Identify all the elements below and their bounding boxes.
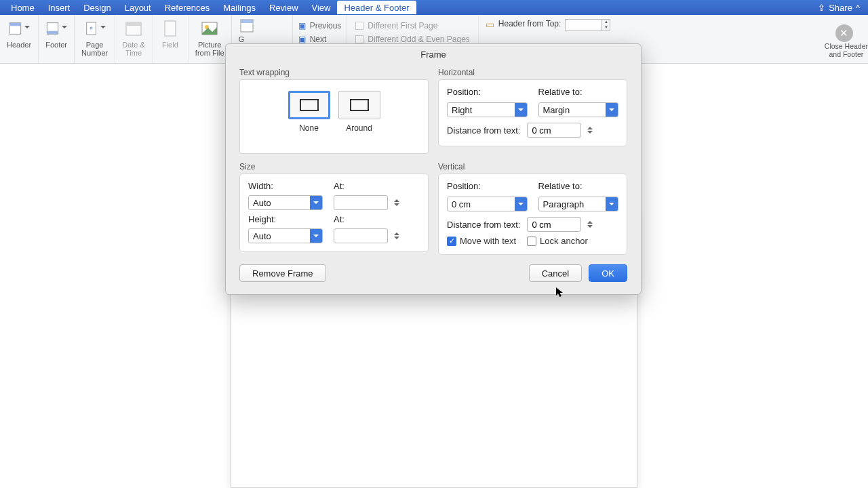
h-position-label: Position:	[447, 87, 528, 97]
h-distance-stepper[interactable]	[585, 123, 595, 138]
checkbox-icon	[355, 22, 363, 30]
horizontal-label: Horizontal	[438, 68, 627, 77]
stepper-arrows[interactable]: ▲▼	[602, 19, 610, 31]
width-label: Width:	[248, 181, 323, 191]
v-distance-stepper[interactable]	[585, 217, 595, 232]
h-relative-label: Relative to:	[538, 87, 619, 97]
checkbox-checked-icon: ✓	[447, 237, 456, 246]
header-from-top-input[interactable]: ▲▼	[565, 19, 610, 31]
share-icon: ⇪	[818, 3, 825, 13]
h-relative-combo[interactable]: Margin	[538, 102, 619, 117]
chevron-down-icon	[606, 103, 618, 117]
mouse-cursor-icon	[556, 287, 564, 298]
ribbon-previous[interactable]: ▣ Previous	[298, 19, 342, 33]
next-icon: ▣	[298, 35, 306, 44]
menu-tabbar: Home Insert Design Layout References Mai…	[0, 0, 868, 15]
size-label: Size	[239, 162, 429, 171]
height-at-label: At:	[334, 214, 420, 224]
share-label: Share	[829, 3, 852, 13]
height-label: Height:	[248, 214, 323, 224]
ribbon-page-number[interactable]: # Page Number	[75, 15, 115, 63]
close-header-footer-label: Close Header and Footer	[825, 42, 868, 58]
tab-mailings[interactable]: Mailings	[216, 1, 262, 14]
header-from-top-label: Header from Top:	[498, 19, 561, 28]
h-distance-label: Distance from text:	[447, 125, 520, 136]
collapse-ribbon-icon[interactable]: ^	[856, 3, 860, 13]
svg-rect-1	[9, 23, 21, 26]
previous-icon: ▣	[298, 21, 306, 30]
width-combo[interactable]: Auto	[248, 195, 323, 210]
picture-icon	[199, 18, 220, 39]
ribbon-diff-first-page[interactable]: Different First Page	[355, 19, 470, 33]
width-at-input[interactable]	[334, 195, 388, 210]
wrap-none-option[interactable]: None	[288, 91, 330, 133]
v-relative-label: Relative to:	[538, 181, 619, 191]
tab-design[interactable]: Design	[77, 1, 117, 14]
tab-insert[interactable]: Insert	[41, 1, 77, 14]
wrap-none-icon	[288, 91, 330, 119]
wrap-around-option[interactable]: Around	[338, 91, 380, 133]
ribbon-footer[interactable]: Footer	[39, 15, 75, 63]
field-icon	[159, 18, 181, 39]
chevron-down-icon	[310, 196, 322, 209]
tab-references[interactable]: References	[158, 1, 216, 14]
footer-icon	[45, 18, 67, 39]
svg-rect-8	[165, 21, 176, 36]
frame-dialog: Frame Text wrapping None Around	[225, 43, 642, 295]
text-wrapping-label: Text wrapping	[239, 68, 429, 77]
tab-view[interactable]: View	[305, 1, 338, 14]
chevron-down-icon	[515, 197, 527, 211]
wrap-around-icon	[338, 91, 380, 119]
v-relative-combo[interactable]: Paragraph	[538, 197, 619, 211]
v-position-label: Position:	[447, 181, 528, 191]
h-distance-input[interactable]	[527, 123, 581, 138]
v-position-combo[interactable]: 0 cm	[447, 197, 528, 211]
width-at-label: At:	[334, 181, 420, 191]
chevron-down-icon	[515, 103, 527, 117]
svg-rect-3	[47, 31, 58, 35]
svg-rect-12	[241, 20, 253, 23]
svg-rect-7	[126, 22, 141, 26]
ribbon-date-time[interactable]: Date & Time	[115, 15, 153, 63]
height-at-input[interactable]	[334, 228, 388, 243]
goto-header-icon[interactable]	[239, 18, 255, 34]
height-combo[interactable]: Auto	[248, 228, 323, 243]
chevron-down-icon	[606, 197, 618, 211]
width-at-stepper[interactable]	[392, 195, 401, 210]
header-icon	[8, 18, 30, 39]
h-position-combo[interactable]: Right	[447, 102, 528, 117]
share-button[interactable]: ⇪ Share ^	[818, 3, 864, 13]
remove-frame-button[interactable]: Remove Frame	[239, 264, 326, 282]
tab-header-footer[interactable]: Header & Footer	[337, 1, 416, 14]
dialog-title: Frame	[226, 44, 641, 64]
ribbon-field[interactable]: Field	[153, 15, 189, 63]
v-distance-label: Distance from text:	[447, 220, 520, 230]
header-from-top-icon: ▭	[486, 19, 494, 30]
ok-button[interactable]: OK	[589, 264, 627, 282]
date-time-icon	[123, 18, 144, 39]
v-distance-input[interactable]	[527, 217, 581, 232]
vertical-label: Vertical	[438, 162, 627, 171]
move-with-text-checkbox[interactable]: ✓ Move with text	[447, 236, 516, 246]
page-number-icon: #	[84, 18, 106, 39]
tab-home[interactable]: Home	[4, 1, 41, 14]
height-at-stepper[interactable]	[392, 228, 401, 243]
checkbox-icon	[355, 35, 363, 43]
chevron-down-icon	[310, 229, 322, 243]
tab-review[interactable]: Review	[262, 1, 305, 14]
cancel-button[interactable]: Cancel	[529, 264, 582, 282]
ribbon-header[interactable]: Header	[0, 15, 39, 63]
close-header-footer-icon[interactable]: ✕	[835, 24, 853, 42]
checkbox-icon	[527, 237, 536, 246]
lock-anchor-checkbox[interactable]: Lock anchor	[527, 236, 588, 246]
tab-layout[interactable]: Layout	[118, 1, 158, 14]
